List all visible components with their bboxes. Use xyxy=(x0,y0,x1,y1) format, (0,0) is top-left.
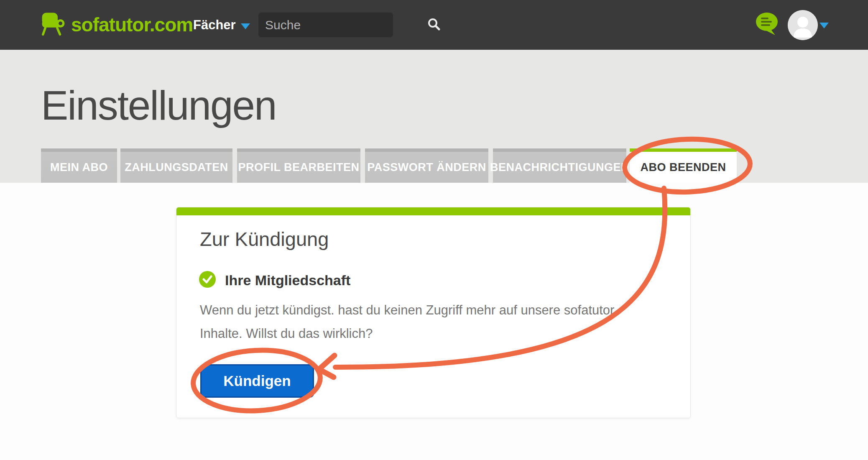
kuendigen-button[interactable]: Kündigen xyxy=(200,364,314,398)
tab-benachrichtigungen[interactable]: BENACHRICHTIGUNGEN xyxy=(493,148,626,183)
tab-passwort-aendern[interactable]: PASSWORT ÄNDERN xyxy=(365,148,488,183)
couch-logo-icon xyxy=(39,12,67,38)
chevron-down-icon xyxy=(241,23,250,29)
logo-text: sofatutor.com xyxy=(71,13,193,36)
cancellation-warning-text: Wenn du jetzt kündigst. hast du keinen Z… xyxy=(200,299,654,345)
chat-bubble-icon[interactable] xyxy=(754,11,781,38)
cancellation-card: Zur Kündigung Ihre Mitgliedschaft Wenn d… xyxy=(176,207,691,418)
tab-profil-bearbeiten[interactable]: PROFIL BEARBEITEN xyxy=(237,148,360,183)
faecher-menu[interactable]: Fächer xyxy=(193,0,250,50)
check-circle-icon xyxy=(199,271,216,289)
tab-abo-beenden[interactable]: ABO BEENDEN xyxy=(630,148,737,183)
tab-mein-abo[interactable]: MEIN ABO xyxy=(41,148,117,183)
sofatutor-logo[interactable]: sofatutor.com xyxy=(39,12,193,38)
search-input[interactable] xyxy=(265,18,426,32)
faecher-label: Fächer xyxy=(193,18,236,33)
top-navigation-bar: sofatutor.com Fächer xyxy=(0,0,868,50)
user-avatar[interactable] xyxy=(788,10,818,40)
membership-status-row: Ihre Mitgliedschaft xyxy=(199,271,350,289)
search-box xyxy=(258,13,393,37)
page-title: Einstellungen xyxy=(41,82,276,129)
search-icon[interactable] xyxy=(426,17,442,33)
card-accent-bar xyxy=(176,207,690,215)
account-chevron-down-icon[interactable] xyxy=(819,23,829,28)
card-title: Zur Kündigung xyxy=(200,227,329,250)
tab-zahlungsdaten[interactable]: ZAHLUNGSDATEN xyxy=(120,148,232,183)
membership-heading: Ihre Mitgliedschaft xyxy=(225,272,350,289)
